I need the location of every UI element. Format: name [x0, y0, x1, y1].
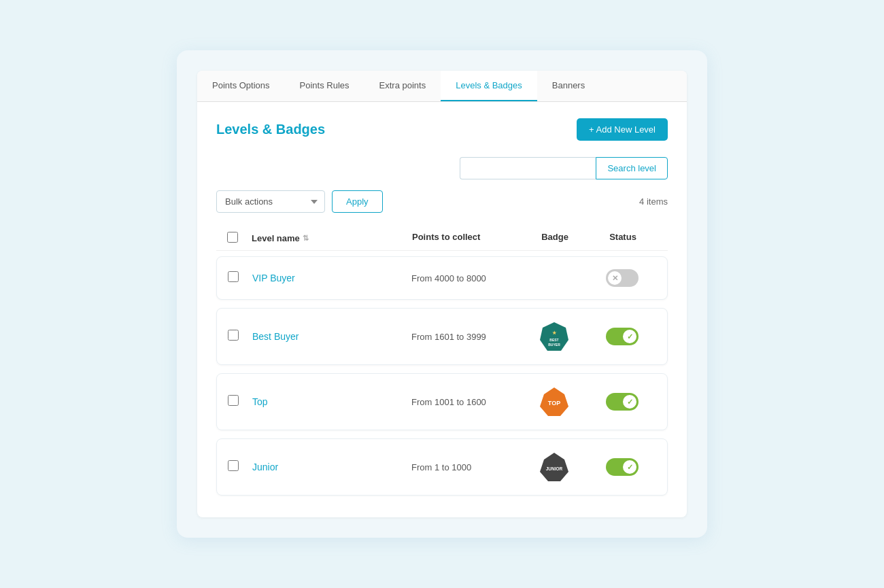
badge-cell: ★ BEST BUYER	[520, 321, 588, 352]
status-cell: ✓	[588, 458, 656, 476]
row-checkbox-cell	[228, 460, 252, 474]
toggle-thumb: ✓	[623, 460, 636, 474]
col-status: Status	[589, 232, 657, 245]
toggle-check-icon: ✓	[627, 463, 633, 472]
col-level-name: Level name ⇅	[252, 232, 412, 245]
svg-text:BUYER: BUYER	[548, 343, 560, 347]
status-cell: ✓	[588, 328, 656, 345]
status-cell: ✓	[588, 393, 656, 411]
toggle-track[interactable]: ✓	[606, 328, 639, 345]
badge-cell: TOP	[520, 386, 588, 417]
toggle-check-icon: ✓	[627, 398, 633, 407]
bulk-left: Bulk actions Apply	[216, 190, 383, 213]
toggle-track[interactable]: ✓	[606, 458, 639, 476]
level-name-link[interactable]: Top	[252, 396, 268, 407]
toggle-check-icon: ✓	[627, 332, 633, 341]
row-checkbox[interactable]	[228, 271, 239, 282]
page-title: Levels & Badges	[216, 122, 325, 137]
toggle-x-icon: ✕	[612, 274, 618, 283]
tab-bar: Points Options Points Rules Extra points…	[197, 71, 687, 102]
bulk-actions-row: Bulk actions Apply 4 items	[216, 190, 668, 213]
outer-wrapper: Points Options Points Rules Extra points…	[177, 50, 707, 538]
row-checkbox[interactable]	[228, 460, 239, 471]
col-badge: Badge	[521, 232, 589, 245]
table-row: Junior From 1 to 1000 JUNIOR ✓	[216, 438, 668, 496]
items-count: 4 items	[639, 196, 668, 207]
toggle-thumb: ✕	[608, 271, 622, 285]
svg-text:★: ★	[552, 330, 557, 335]
row-checkbox[interactable]	[228, 330, 239, 341]
search-row: Search level	[216, 157, 668, 179]
level-name-cell: Top	[252, 396, 411, 408]
content-area: Levels & Badges + Add New Level Search l…	[197, 102, 687, 517]
tab-banners[interactable]: Banners	[537, 71, 600, 101]
apply-button[interactable]: Apply	[332, 190, 383, 213]
level-name-cell: VIP Buyer	[252, 272, 411, 284]
level-points: From 1 to 1000	[411, 462, 520, 472]
levels-list: VIP Buyer From 4000 to 8000 ✕ Best Buyer…	[216, 256, 668, 496]
sort-icon[interactable]: ⇅	[303, 234, 309, 243]
tab-levels-badges[interactable]: Levels & Badges	[441, 71, 537, 101]
status-toggle[interactable]: ✓	[606, 393, 639, 411]
svg-text:JUNIOR: JUNIOR	[546, 466, 563, 471]
level-name-link[interactable]: Junior	[252, 462, 278, 472]
level-name-link[interactable]: VIP Buyer	[252, 273, 295, 283]
bulk-actions-select[interactable]: Bulk actions	[216, 190, 325, 213]
level-name-cell: Best Buyer	[252, 330, 411, 343]
table-row: VIP Buyer From 4000 to 8000 ✕	[216, 256, 668, 300]
svg-text:BEST: BEST	[549, 338, 558, 342]
level-points: From 1601 to 3999	[411, 332, 520, 342]
table-header: Level name ⇅ Points to collect Badge Sta…	[216, 226, 668, 251]
svg-text:TOP: TOP	[548, 400, 560, 407]
table-row: Best Buyer From 1601 to 3999 ★ BEST BUYE…	[216, 308, 668, 365]
select-all-checkbox[interactable]	[227, 232, 238, 243]
status-toggle[interactable]: ✓	[606, 328, 639, 345]
level-name-cell: Junior	[252, 461, 411, 473]
level-points: From 4000 to 8000	[411, 273, 520, 283]
level-name-link[interactable]: Best Buyer	[252, 331, 299, 342]
table-row: Top From 1001 to 1600 TOP ✓	[216, 373, 668, 430]
toggle-thumb: ✓	[623, 395, 636, 409]
tab-extra-points[interactable]: Extra points	[364, 71, 441, 101]
row-checkbox-cell	[228, 271, 252, 285]
col-points: Points to collect	[412, 232, 521, 245]
main-card: Points Options Points Rules Extra points…	[197, 71, 687, 517]
row-checkbox-cell	[228, 395, 252, 409]
tab-points-options[interactable]: Points Options	[197, 71, 285, 101]
search-input[interactable]	[460, 157, 596, 179]
toggle-track[interactable]: ✕	[606, 269, 639, 287]
select-all-cell	[227, 232, 252, 245]
row-checkbox[interactable]	[228, 395, 239, 406]
tab-points-rules[interactable]: Points Rules	[285, 71, 364, 101]
status-cell: ✕	[588, 269, 656, 287]
toggle-thumb: ✓	[623, 330, 636, 343]
row-checkbox-cell	[228, 330, 252, 343]
level-points: From 1001 to 1600	[411, 397, 520, 407]
toggle-track[interactable]: ✓	[606, 393, 639, 411]
add-new-level-button[interactable]: + Add New Level	[577, 118, 668, 141]
page-header: Levels & Badges + Add New Level	[216, 118, 668, 141]
status-toggle[interactable]: ✓	[606, 458, 639, 476]
status-toggle[interactable]: ✕	[606, 269, 639, 287]
badge-cell: JUNIOR	[520, 451, 588, 483]
search-level-button[interactable]: Search level	[596, 157, 668, 179]
